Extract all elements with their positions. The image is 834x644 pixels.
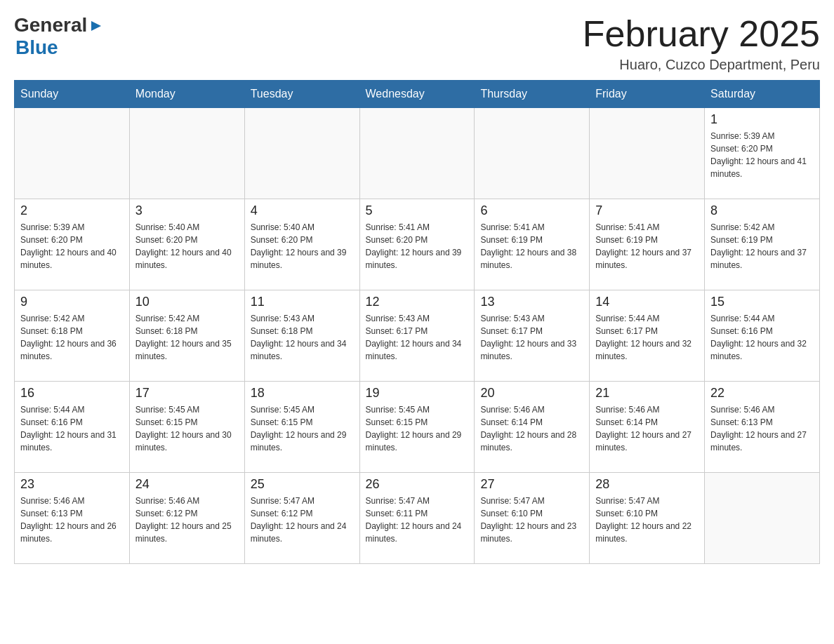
day-info: Sunrise: 5:43 AMSunset: 6:17 PMDaylight:… bbox=[366, 312, 469, 363]
day-number: 6 bbox=[480, 203, 583, 218]
calendar-cell: 8Sunrise: 5:42 AMSunset: 6:19 PMDaylight… bbox=[705, 199, 820, 290]
calendar-cell bbox=[359, 108, 475, 199]
calendar-cell: 3Sunrise: 5:40 AMSunset: 6:20 PMDaylight… bbox=[129, 199, 244, 290]
day-info: Sunrise: 5:45 AMSunset: 6:15 PMDaylight:… bbox=[135, 403, 239, 454]
day-number: 8 bbox=[710, 203, 814, 218]
day-number: 2 bbox=[20, 203, 124, 218]
day-number: 13 bbox=[480, 295, 583, 309]
calendar-cell: 27Sunrise: 5:47 AMSunset: 6:10 PMDayligh… bbox=[475, 473, 590, 564]
day-info: Sunrise: 5:46 AMSunset: 6:14 PMDaylight:… bbox=[480, 403, 583, 454]
day-number: 22 bbox=[710, 386, 814, 401]
day-number: 7 bbox=[595, 203, 699, 218]
day-info: Sunrise: 5:41 AMSunset: 6:19 PMDaylight:… bbox=[480, 221, 583, 271]
day-info: Sunrise: 5:47 AMSunset: 6:10 PMDaylight:… bbox=[595, 495, 699, 545]
calendar-cell: 26Sunrise: 5:47 AMSunset: 6:11 PMDayligh… bbox=[359, 473, 475, 564]
calendar-cell bbox=[15, 108, 130, 199]
day-number: 14 bbox=[595, 295, 699, 309]
calendar-cell bbox=[244, 108, 359, 199]
day-info: Sunrise: 5:45 AMSunset: 6:15 PMDaylight:… bbox=[251, 403, 354, 454]
logo-general-text: General bbox=[14, 14, 87, 36]
day-info: Sunrise: 5:42 AMSunset: 6:18 PMDaylight:… bbox=[20, 312, 124, 363]
calendar-cell: 18Sunrise: 5:45 AMSunset: 6:15 PMDayligh… bbox=[244, 382, 359, 473]
day-info: Sunrise: 5:46 AMSunset: 6:12 PMDaylight:… bbox=[135, 495, 239, 545]
calendar-cell: 22Sunrise: 5:46 AMSunset: 6:13 PMDayligh… bbox=[705, 382, 820, 473]
day-info: Sunrise: 5:47 AMSunset: 6:12 PMDaylight:… bbox=[251, 495, 354, 545]
title-section: February 2025 Huaro, Cuzco Department, P… bbox=[583, 14, 820, 73]
day-info: Sunrise: 5:46 AMSunset: 6:13 PMDaylight:… bbox=[20, 495, 124, 545]
calendar-cell: 13Sunrise: 5:43 AMSunset: 6:17 PMDayligh… bbox=[475, 290, 590, 382]
calendar-cell: 16Sunrise: 5:44 AMSunset: 6:16 PMDayligh… bbox=[15, 382, 130, 473]
day-of-week-header: Tuesday bbox=[244, 81, 359, 108]
calendar-cell bbox=[475, 108, 590, 199]
calendar-week-row: 16Sunrise: 5:44 AMSunset: 6:16 PMDayligh… bbox=[15, 382, 820, 473]
day-number: 28 bbox=[595, 477, 699, 492]
day-number: 21 bbox=[595, 386, 699, 401]
calendar-header-row: SundayMondayTuesdayWednesdayThursdayFrid… bbox=[15, 81, 820, 108]
day-info: Sunrise: 5:47 AMSunset: 6:10 PMDaylight:… bbox=[480, 495, 583, 545]
day-info: Sunrise: 5:41 AMSunset: 6:19 PMDaylight:… bbox=[595, 221, 699, 271]
day-number: 24 bbox=[135, 477, 239, 492]
calendar-cell: 2Sunrise: 5:39 AMSunset: 6:20 PMDaylight… bbox=[15, 199, 130, 290]
day-number: 17 bbox=[135, 386, 239, 401]
calendar-table: SundayMondayTuesdayWednesdayThursdayFrid… bbox=[14, 80, 820, 564]
day-info: Sunrise: 5:39 AMSunset: 6:20 PMDaylight:… bbox=[710, 130, 814, 180]
calendar-cell: 28Sunrise: 5:47 AMSunset: 6:10 PMDayligh… bbox=[590, 473, 705, 564]
day-info: Sunrise: 5:43 AMSunset: 6:18 PMDaylight:… bbox=[251, 312, 354, 363]
calendar-subtitle: Huaro, Cuzco Department, Peru bbox=[583, 57, 820, 73]
calendar-cell bbox=[705, 473, 820, 564]
calendar-cell: 17Sunrise: 5:45 AMSunset: 6:15 PMDayligh… bbox=[129, 382, 244, 473]
calendar-cell: 7Sunrise: 5:41 AMSunset: 6:19 PMDaylight… bbox=[590, 199, 705, 290]
day-info: Sunrise: 5:40 AMSunset: 6:20 PMDaylight:… bbox=[251, 221, 354, 271]
day-number: 19 bbox=[366, 386, 469, 401]
day-info: Sunrise: 5:41 AMSunset: 6:20 PMDaylight:… bbox=[366, 221, 469, 271]
logo: General Blue bbox=[14, 14, 104, 59]
calendar-week-row: 9Sunrise: 5:42 AMSunset: 6:18 PMDaylight… bbox=[15, 290, 820, 382]
calendar-cell: 11Sunrise: 5:43 AMSunset: 6:18 PMDayligh… bbox=[244, 290, 359, 382]
page-header: General Blue February 2025 Huaro, Cuzco … bbox=[14, 14, 820, 73]
day-of-week-header: Saturday bbox=[705, 81, 820, 108]
logo-blue-text: Blue bbox=[15, 36, 58, 59]
day-of-week-header: Wednesday bbox=[359, 81, 475, 108]
calendar-cell: 24Sunrise: 5:46 AMSunset: 6:12 PMDayligh… bbox=[129, 473, 244, 564]
day-number: 27 bbox=[480, 477, 583, 492]
calendar-cell: 5Sunrise: 5:41 AMSunset: 6:20 PMDaylight… bbox=[359, 199, 475, 290]
day-number: 12 bbox=[366, 295, 469, 309]
calendar-week-row: 23Sunrise: 5:46 AMSunset: 6:13 PMDayligh… bbox=[15, 473, 820, 564]
calendar-title: February 2025 bbox=[583, 14, 820, 54]
calendar-week-row: 2Sunrise: 5:39 AMSunset: 6:20 PMDaylight… bbox=[15, 199, 820, 290]
day-number: 20 bbox=[480, 386, 583, 401]
day-info: Sunrise: 5:39 AMSunset: 6:20 PMDaylight:… bbox=[20, 221, 124, 271]
day-number: 3 bbox=[135, 203, 239, 218]
day-info: Sunrise: 5:42 AMSunset: 6:19 PMDaylight:… bbox=[710, 221, 814, 271]
day-number: 9 bbox=[20, 295, 124, 309]
day-info: Sunrise: 5:44 AMSunset: 6:16 PMDaylight:… bbox=[710, 312, 814, 363]
day-number: 4 bbox=[251, 203, 354, 218]
calendar-cell bbox=[129, 108, 244, 199]
day-info: Sunrise: 5:44 AMSunset: 6:17 PMDaylight:… bbox=[595, 312, 699, 363]
calendar-cell: 21Sunrise: 5:46 AMSunset: 6:14 PMDayligh… bbox=[590, 382, 705, 473]
day-info: Sunrise: 5:47 AMSunset: 6:11 PMDaylight:… bbox=[366, 495, 469, 545]
day-info: Sunrise: 5:46 AMSunset: 6:14 PMDaylight:… bbox=[595, 403, 699, 454]
calendar-cell: 10Sunrise: 5:42 AMSunset: 6:18 PMDayligh… bbox=[129, 290, 244, 382]
day-info: Sunrise: 5:46 AMSunset: 6:13 PMDaylight:… bbox=[710, 403, 814, 454]
day-number: 18 bbox=[251, 386, 354, 401]
day-info: Sunrise: 5:44 AMSunset: 6:16 PMDaylight:… bbox=[20, 403, 124, 454]
day-number: 16 bbox=[20, 386, 124, 401]
calendar-cell: 19Sunrise: 5:45 AMSunset: 6:15 PMDayligh… bbox=[359, 382, 475, 473]
calendar-cell bbox=[590, 108, 705, 199]
day-number: 11 bbox=[251, 295, 354, 309]
day-number: 1 bbox=[710, 112, 814, 127]
day-info: Sunrise: 5:43 AMSunset: 6:17 PMDaylight:… bbox=[480, 312, 583, 363]
calendar-cell: 6Sunrise: 5:41 AMSunset: 6:19 PMDaylight… bbox=[475, 199, 590, 290]
day-number: 5 bbox=[366, 203, 469, 218]
calendar-week-row: 1Sunrise: 5:39 AMSunset: 6:20 PMDaylight… bbox=[15, 108, 820, 199]
day-number: 23 bbox=[20, 477, 124, 492]
calendar-cell: 14Sunrise: 5:44 AMSunset: 6:17 PMDayligh… bbox=[590, 290, 705, 382]
day-of-week-header: Friday bbox=[590, 81, 705, 108]
day-info: Sunrise: 5:40 AMSunset: 6:20 PMDaylight:… bbox=[135, 221, 239, 271]
day-number: 25 bbox=[251, 477, 354, 492]
logo-arrow-icon bbox=[88, 18, 104, 34]
calendar-cell: 4Sunrise: 5:40 AMSunset: 6:20 PMDaylight… bbox=[244, 199, 359, 290]
day-number: 10 bbox=[135, 295, 239, 309]
day-number: 15 bbox=[710, 295, 814, 309]
